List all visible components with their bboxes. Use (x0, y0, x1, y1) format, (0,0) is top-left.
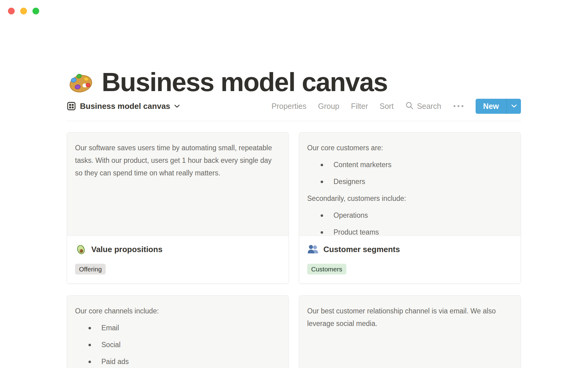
bullet-icon (89, 327, 91, 329)
sort-button[interactable]: Sort (380, 102, 394, 111)
preview-paragraph: Our best customer relationship channel i… (307, 305, 513, 330)
card-footer: Customer segments Customers (299, 236, 521, 283)
card-title-row: Customer segments (307, 243, 513, 255)
ellipsis-icon (454, 105, 455, 107)
preview-paragraph: Our core customers are: (307, 142, 513, 154)
zoom-window-button[interactable] (32, 8, 39, 14)
new-button[interactable]: New (476, 99, 507, 114)
bullet-icon (321, 164, 323, 166)
card-preview: Our core channels include: Email Social … (67, 296, 288, 368)
preview-list-item: Operations (307, 209, 513, 222)
preview-list-item: Product teams (307, 226, 513, 236)
group-button[interactable]: Group (318, 102, 339, 111)
bullet-icon (321, 181, 323, 183)
view-selector[interactable]: Business model canvas (67, 102, 180, 111)
preview-paragraph: Our core channels include: (75, 305, 281, 317)
minimize-window-button[interactable] (20, 8, 27, 14)
toolbar: Properties Group Filter Sort Search New (272, 99, 521, 114)
view-name: Business model canvas (80, 102, 170, 111)
chevron-down-icon (174, 105, 180, 108)
gallery-view-icon (67, 102, 76, 111)
toolbar-divider (67, 121, 521, 121)
bullet-icon (89, 361, 91, 363)
card-title-row: Value propositions (75, 243, 281, 255)
new-dropdown-button[interactable] (507, 99, 521, 114)
bullet-icon (321, 214, 323, 217)
new-split-button: New (476, 99, 521, 114)
gallery-card[interactable]: Our best customer relationship channel i… (299, 295, 521, 368)
preview-list-item: Content marketers (307, 159, 513, 171)
window-controls (8, 8, 39, 14)
search-icon (405, 101, 414, 111)
search-button[interactable]: Search (405, 101, 441, 111)
ellipsis-icon (462, 105, 463, 107)
search-label: Search (417, 102, 441, 111)
busts-in-silhouette-emoji (307, 243, 319, 255)
close-window-button[interactable] (8, 8, 15, 14)
ellipsis-icon (458, 105, 459, 107)
preview-list-item: Social (75, 339, 281, 351)
tag-customers: Customers (307, 264, 346, 274)
card-title: Value propositions (91, 245, 163, 254)
avocado-emoji (75, 243, 87, 255)
preview-list-item: Email (75, 322, 281, 334)
card-preview: Our software saves users time by automat… (67, 132, 288, 236)
gallery-card[interactable]: Our core channels include: Email Social … (67, 295, 289, 368)
gallery-card[interactable]: Our software saves users time by automat… (67, 132, 289, 284)
preview-paragraph: Secondarily, customers include: (307, 192, 513, 205)
view-toolbar: Business model canvas Properties Group F… (67, 98, 521, 114)
tag-offering: Offering (75, 264, 106, 274)
more-options-button[interactable] (453, 103, 464, 109)
page-title: Business model canvas (102, 68, 387, 96)
preview-list-item: Paid ads (75, 355, 281, 368)
gallery-card[interactable]: Our core customers are: Content marketer… (299, 132, 521, 284)
card-preview: Our core customers are: Content marketer… (299, 132, 521, 236)
gallery-grid: Our software saves users time by automat… (67, 132, 521, 368)
card-title: Customer segments (323, 245, 400, 254)
preview-paragraph: Our software saves users time by automat… (75, 142, 281, 179)
bullet-icon (89, 344, 91, 346)
filter-button[interactable]: Filter (351, 102, 368, 111)
bullet-icon (321, 231, 323, 234)
card-preview: Our best customer relationship channel i… (299, 296, 521, 368)
preview-list-item: Designers (307, 175, 513, 188)
properties-button[interactable]: Properties (272, 102, 307, 111)
palette-emoji[interactable] (68, 69, 94, 95)
card-footer: Value propositions Offering (67, 236, 288, 283)
